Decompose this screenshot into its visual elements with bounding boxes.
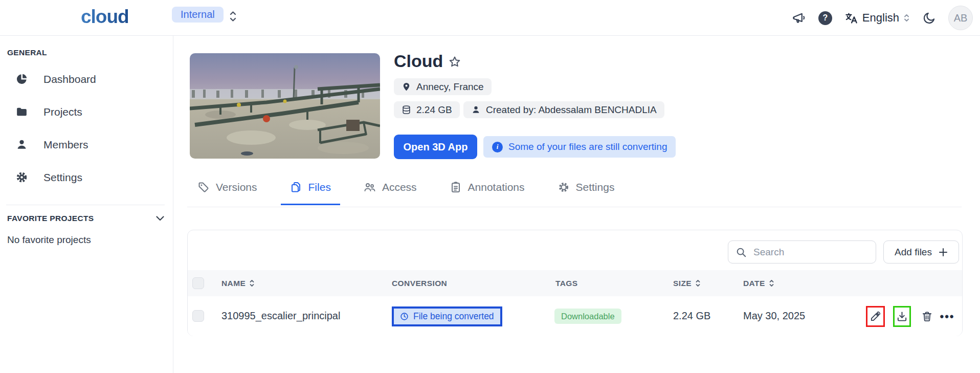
location-pin-icon (402, 82, 411, 92)
column-header-name[interactable]: NAME (221, 279, 255, 288)
favorites-section-header[interactable]: FAVORITE PROJECTS (7, 214, 165, 223)
chevron-down-icon[interactable] (155, 215, 165, 222)
downloadable-tag: Downloadable (554, 309, 621, 324)
folder-icon (15, 105, 28, 118)
language-label: English (862, 11, 899, 25)
sort-icon[interactable] (769, 279, 774, 288)
project-creator: Created by: Abdessalam BENCHADLIA (486, 104, 657, 116)
select-all-checkbox[interactable] (192, 277, 204, 289)
table-row[interactable]: 310995_escalier_principal File being con… (188, 296, 962, 336)
person-icon (471, 105, 481, 115)
sidebar: GENERAL Dashboard Projects (0, 36, 173, 373)
sidebar-item-dashboard[interactable]: Dashboard (15, 73, 96, 85)
favorite-star-icon[interactable] (448, 55, 461, 71)
file-size: 2.24 GB (673, 310, 710, 322)
add-files-label: Add files (895, 247, 932, 258)
column-header-conversion[interactable]: CONVERSION (392, 279, 447, 288)
avatar[interactable]: AB (948, 6, 973, 30)
sidebar-item-members[interactable]: Members (15, 138, 88, 151)
tab-versions[interactable]: Versions (196, 181, 258, 205)
project-location-pill: Annecy, France (394, 78, 492, 95)
table-header-row: NAME CONVERSION TAGS SIZE DATE (188, 270, 962, 296)
file-name: 310995_escalier_principal (221, 310, 340, 322)
sidebar-item-label: Settings (43, 171, 82, 184)
sidebar-item-label: Members (43, 139, 88, 151)
tab-annotations[interactable]: Annotations (449, 181, 526, 205)
tab-files[interactable]: Files (289, 181, 332, 205)
edit-button[interactable] (866, 306, 885, 327)
help-icon[interactable]: ? (818, 11, 832, 25)
download-icon (896, 311, 908, 322)
users-icon (364, 181, 376, 193)
column-header-tags[interactable]: TAGS (555, 279, 578, 288)
more-actions-button[interactable]: ••• (938, 306, 957, 327)
conversion-status-text: File being converted (413, 311, 494, 322)
sidebar-item-label: Dashboard (43, 73, 96, 85)
app-logo[interactable]: cloud (81, 6, 129, 28)
column-header-date[interactable]: DATE (743, 279, 774, 288)
tab-label: Files (308, 181, 331, 193)
converting-notice-text: Some of your files are still converting (508, 141, 667, 152)
project-thumbnail[interactable] (190, 53, 380, 159)
project-title: Cloud (394, 51, 443, 71)
info-icon: i (492, 142, 503, 152)
tag-icon (197, 181, 210, 193)
tab-label: Annotations (468, 181, 525, 193)
pie-chart-icon (15, 73, 28, 85)
row-checkbox[interactable] (192, 310, 204, 322)
clipboard-icon (450, 181, 462, 193)
tab-label: Versions (216, 181, 257, 193)
delete-button[interactable] (920, 306, 934, 327)
sidebar-item-projects[interactable]: Projects (15, 105, 82, 118)
converting-notice-banner: i Some of your files are still convertin… (483, 136, 676, 158)
sidebar-item-settings[interactable]: Settings (15, 171, 82, 184)
favorites-heading: FAVORITE PROJECTS (7, 214, 94, 223)
gear-icon (558, 181, 570, 193)
column-header-size[interactable]: SIZE (673, 279, 701, 288)
search-input[interactable] (753, 247, 856, 258)
files-panel: Add files NAME CONVERSION TAGS SIZE (187, 230, 963, 336)
project-size: 2.24 GB (416, 104, 452, 116)
tab-access[interactable]: Access (363, 181, 418, 205)
download-button[interactable] (893, 306, 911, 327)
language-selector[interactable]: English (844, 11, 910, 25)
search-icon (736, 247, 747, 258)
translate-icon (844, 11, 858, 25)
workspace-caret-icon[interactable] (229, 10, 237, 23)
gear-icon (15, 171, 28, 184)
tab-label: Access (382, 181, 417, 193)
sidebar-item-label: Projects (43, 106, 82, 118)
open-3d-app-button[interactable]: Open 3D App (394, 135, 477, 159)
clock-icon (400, 312, 409, 321)
project-location: Annecy, France (416, 81, 484, 93)
add-files-button[interactable]: Add files (883, 240, 959, 264)
person-icon (15, 138, 28, 151)
workspace-badge[interactable]: Internal (172, 7, 224, 23)
plus-icon (939, 248, 948, 257)
language-caret-icon (903, 13, 910, 23)
file-search[interactable] (728, 240, 876, 264)
file-date: May 30, 2025 (743, 310, 805, 322)
conversion-status-badge: File being converted (392, 306, 502, 326)
top-bar: cloud Internal ? English (0, 0, 980, 36)
favorites-empty-text: No favorite projects (7, 234, 91, 246)
sort-icon[interactable] (249, 279, 255, 288)
sort-icon[interactable] (695, 279, 701, 288)
sidebar-divider (6, 205, 165, 205)
files-icon (290, 181, 302, 193)
sidebar-heading-general: GENERAL (7, 48, 47, 57)
database-icon (402, 105, 411, 115)
pencil-icon (870, 311, 881, 322)
project-tab-bar: Versions Files Access (187, 174, 962, 207)
megaphone-icon[interactable] (792, 11, 806, 25)
project-size-pill: 2.24 GB (394, 101, 460, 118)
tab-label: Settings (576, 181, 615, 193)
tab-settings[interactable]: Settings (556, 181, 616, 205)
trash-icon (921, 311, 933, 322)
project-creator-pill: Created by: Abdessalam BENCHADLIA (463, 101, 664, 118)
dark-mode-moon-icon[interactable] (922, 11, 936, 25)
